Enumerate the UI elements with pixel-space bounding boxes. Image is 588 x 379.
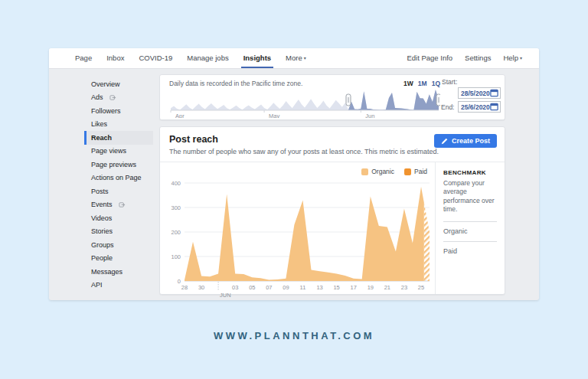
sidebar-item-label: Videos (91, 214, 112, 222)
y-axis-label: 0 (178, 278, 181, 285)
y-axis-label: 200 (171, 229, 181, 236)
nav-tab-inbox[interactable]: Inbox (106, 48, 124, 68)
start-date-value[interactable]: 28/5/2020 (461, 90, 490, 97)
sidebar-item-posts[interactable]: Posts (84, 185, 153, 198)
sidebar-item-overview[interactable]: Overview (84, 77, 153, 91)
sidebar-item-label: Likes (91, 120, 107, 128)
sidebar-item-people[interactable]: People (84, 252, 153, 266)
timeline-left: Daily data is recorded in the Pacific ti… (160, 75, 440, 119)
nav-tab-help[interactable]: Help▾ (503, 48, 522, 68)
sidebar-item-page-views[interactable]: Page views (84, 145, 153, 158)
sidebar-item-label: Posts (91, 188, 109, 195)
date-range-slider[interactable]: AprMayJun (169, 87, 440, 118)
start-date-label: Start: (442, 78, 501, 86)
x-axis-label: 07 (266, 284, 272, 291)
sidebar-item-likes[interactable]: Likes (84, 118, 153, 132)
sidebar-item-ads[interactable]: Ads (84, 91, 153, 105)
x-axis-label: 19 (368, 284, 374, 291)
insights-sidebar: OverviewAdsFollowersLikesReachPage views… (49, 69, 159, 300)
sidebar-item-actions-on-page[interactable]: Actions on Page (84, 172, 153, 185)
legend-label: Paid (414, 168, 427, 175)
nav-tab-edit-page-info[interactable]: Edit Page Info (407, 48, 452, 68)
external-link-icon (119, 201, 126, 208)
benchmark-item-organic[interactable]: Organic (443, 222, 497, 242)
sidebar-item-groups[interactable]: Groups (84, 238, 153, 252)
x-axis-label: 15 (333, 284, 339, 291)
post-reach-card: Post reach The number of people who saw … (159, 126, 505, 295)
x-axis-label: 13 (316, 284, 322, 291)
pencil-icon (441, 138, 448, 145)
mini-month-label: Apr (175, 113, 185, 119)
end-date-value[interactable]: 25/6/2020 (461, 103, 490, 111)
nav-tab-covid-19[interactable]: COVID-19 (139, 48, 172, 68)
sidebar-item-events[interactable]: Events (84, 198, 153, 212)
range-links: 1W1M1Q (403, 80, 440, 87)
slider-handle-left[interactable] (346, 94, 351, 106)
sidebar-item-videos[interactable]: Videos (84, 211, 153, 225)
month-label: JUN (220, 292, 231, 299)
sidebar-item-label: Stories (91, 227, 113, 235)
sidebar-item-page-previews[interactable]: Page previews (84, 158, 153, 172)
sidebar-item-messages[interactable]: Messages (84, 265, 153, 279)
benchmark-title: BENCHMARK (443, 169, 497, 176)
benchmark-item-paid[interactable]: Paid (443, 242, 497, 261)
top-navbar: PageInboxCOVID-19Manage jobsInsightsMore… (49, 48, 539, 69)
legend-swatch-organic (361, 168, 368, 175)
sidebar-item-stories[interactable]: Stories (84, 225, 153, 239)
start-date-input[interactable]: 28/5/2020 (458, 87, 501, 99)
sidebar-item-label: Followers (91, 107, 121, 115)
sidebar-item-label: Overview (91, 80, 120, 88)
nav-right: Edit Page InfoSettingsHelp▾ (407, 48, 522, 68)
sidebar-item-label: Actions on Page (91, 174, 142, 181)
date-controls: Start: 28/5/2020 End: 25/6/2020 (440, 75, 505, 119)
end-date-input[interactable]: 25/6/2020 (458, 101, 501, 113)
external-link-icon (109, 94, 116, 101)
sidebar-item-followers[interactable]: Followers (84, 104, 153, 118)
nav-tab-page[interactable]: Page (75, 48, 92, 68)
sidebar-item-label: Groups (91, 241, 114, 249)
mini-month-label: May (269, 113, 279, 119)
sidebar-item-api[interactable]: API (84, 279, 153, 292)
sidebar-item-reach[interactable]: Reach (84, 131, 153, 145)
caret-down-icon: ▾ (304, 56, 306, 60)
sidebar-item-label: Reach (91, 134, 112, 142)
sidebar-item-label: Events (91, 201, 113, 208)
nav-tab-more[interactable]: More▾ (286, 48, 306, 68)
nav-tab-insights[interactable]: Insights (243, 48, 271, 68)
sidebar-item-label: Ads (91, 93, 103, 101)
x-axis-label: 30 (198, 284, 204, 291)
organic-area (185, 187, 424, 281)
x-axis-label: 21 (384, 284, 390, 291)
sidebar-item-label: Page previews (91, 161, 136, 168)
mini-month-label: Jun (365, 113, 374, 119)
timeline-card: Daily data is recorded in the Pacific ti… (159, 74, 505, 120)
x-axis-label: 05 (249, 284, 255, 291)
organic-area-partial (424, 203, 430, 282)
y-axis-label: 100 (171, 253, 181, 260)
content-area: Daily data is recorded in the Pacific ti… (159, 69, 539, 300)
calendar-icon[interactable] (490, 103, 498, 111)
create-post-button[interactable]: Create Post (434, 134, 497, 148)
legend-entry-organic: Organic (361, 168, 394, 175)
legend-entry-paid: Paid (404, 168, 427, 175)
y-axis-label: 400 (171, 180, 181, 187)
range-link-1q[interactable]: 1Q (432, 80, 440, 87)
benchmark-description: Compare your average performance over ti… (443, 179, 497, 222)
range-link-1m[interactable]: 1M (418, 80, 427, 87)
x-axis-label: 09 (283, 284, 289, 291)
sidebar-item-label: Messages (91, 268, 122, 276)
x-axis-label: 03 (232, 284, 238, 291)
benchmark-items: OrganicPaid (443, 222, 497, 261)
x-axis-label: 11 (300, 284, 306, 291)
end-date-label: End: (441, 103, 458, 111)
date-range-slider-container: AprMayJun (169, 87, 440, 121)
nav-tab-manage-jobs[interactable]: Manage jobs (187, 48, 228, 68)
calendar-icon[interactable] (490, 89, 498, 97)
x-axis-label: 17 (351, 284, 357, 291)
sidebar-item-label: People (91, 254, 113, 262)
x-axis-label: 23 (401, 284, 407, 291)
benchmark-panel: BENCHMARK Compare your average performan… (435, 162, 505, 294)
nav-tab-settings[interactable]: Settings (465, 48, 491, 68)
range-link-1w[interactable]: 1W (403, 80, 413, 87)
legend-swatch-paid (404, 168, 411, 175)
